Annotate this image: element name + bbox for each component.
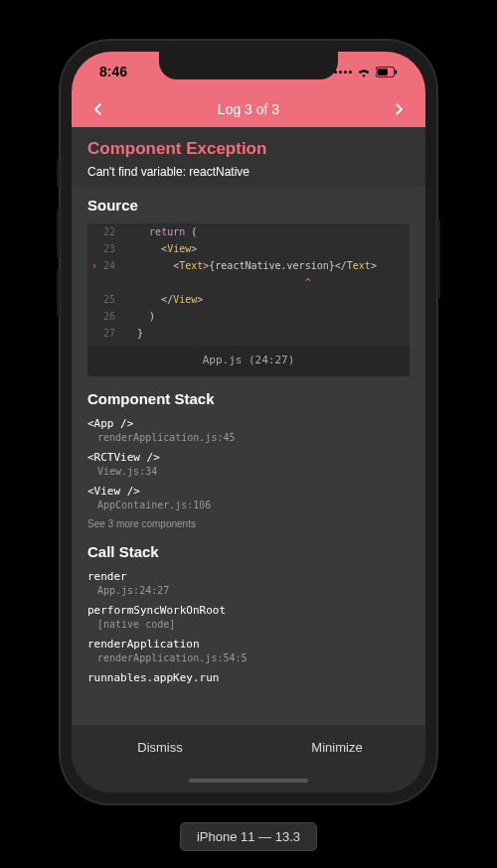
home-indicator[interactable]: [189, 779, 308, 783]
code-line: 25 </View>: [87, 291, 410, 308]
volume-up-button: [57, 209, 60, 258]
error-title: Component Exception: [87, 139, 410, 159]
stack-frame-location: [native code]: [87, 619, 410, 630]
bottom-action-bar: Dismiss Minimize: [72, 725, 425, 769]
error-content[interactable]: Component Exception Can't find variable:…: [72, 127, 425, 725]
call-stack-frame[interactable]: runnables.appKey.run: [87, 671, 410, 684]
stack-frame-name: renderApplication: [87, 638, 410, 651]
stack-frame-location: AppContainer.js:106: [87, 500, 410, 510]
stack-frame-location: View.js:34: [87, 466, 410, 477]
wifi-icon: [357, 67, 371, 77]
source-heading: Source: [87, 197, 410, 214]
code-line: ^: [87, 274, 410, 291]
source-section: Source 22 return (23 <View>24 <Text>{rea…: [72, 187, 425, 380]
source-location: App.js (24:27): [87, 346, 410, 376]
stack-frame-name: <App />: [87, 417, 410, 430]
svg-rect-1: [378, 69, 388, 75]
component-stack-frame[interactable]: <View />AppContainer.js:106: [87, 485, 410, 510]
log-counter: Log 3 of 3: [218, 101, 279, 117]
stack-frame-location: renderApplication.js:45: [87, 432, 410, 443]
status-right: [334, 67, 398, 77]
next-log-button[interactable]: [390, 100, 408, 118]
log-nav-bar: Log 3 of 3: [72, 91, 425, 127]
stack-frame-name: render: [87, 570, 410, 583]
stack-frame-name: performSyncWorkOnRoot: [87, 604, 410, 617]
simulator-device-label: iPhone 11 — 13.3: [180, 822, 317, 851]
cellular-icon: [334, 71, 352, 73]
component-stack-section: Component Stack <App />renderApplication…: [72, 380, 425, 533]
source-code-block: 22 return (23 <View>24 <Text>{reactNativ…: [87, 223, 410, 376]
call-stack-frame[interactable]: performSyncWorkOnRoot[native code]: [87, 604, 410, 630]
status-time: 8:46: [99, 64, 127, 79]
stack-frame-name: <View />: [87, 485, 410, 498]
screen: 8:46 Log 3 of 3 Component Exce: [72, 52, 425, 793]
home-indicator-area: [72, 769, 425, 793]
code-line: 26 ): [87, 308, 410, 325]
call-stack-heading: Call Stack: [87, 543, 410, 560]
call-stack-section: Call Stack renderApp.js:24:27performSync…: [72, 533, 425, 725]
code-line: 27 }: [87, 325, 410, 342]
stack-frame-location: renderApplication.js:54:5: [87, 652, 410, 663]
stack-frame-location: App.js:24:27: [87, 585, 410, 596]
dismiss-button[interactable]: Dismiss: [72, 725, 248, 769]
prev-log-button[interactable]: [89, 100, 107, 118]
component-stack-heading: Component Stack: [87, 390, 410, 407]
component-stack-frame[interactable]: <RCTView />View.js:34: [87, 451, 410, 477]
minimize-button[interactable]: Minimize: [248, 725, 425, 769]
stack-frame-name: <RCTView />: [87, 451, 410, 464]
call-stack-frame[interactable]: renderApp.js:24:27: [87, 570, 410, 596]
component-stack-frame[interactable]: <App />renderApplication.js:45: [87, 417, 410, 443]
code-line: 23 <View>: [87, 240, 410, 257]
battery-icon: [376, 67, 398, 77]
code-line: 22 return (: [87, 223, 410, 240]
notch: [159, 52, 338, 79]
device-frame: 8:46 Log 3 of 3 Component Exce: [60, 40, 437, 804]
code-line: 24 <Text>{reactNative.version}</Text>: [87, 257, 410, 274]
volume-down-button: [57, 268, 60, 318]
svg-rect-2: [395, 70, 397, 73]
error-header: Component Exception Can't find variable:…: [72, 127, 425, 187]
stack-frame-name: runnables.appKey.run: [87, 671, 410, 684]
error-message: Can't find variable: reactNative: [87, 165, 410, 179]
power-button: [437, 218, 440, 298]
call-stack-frame[interactable]: renderApplicationrenderApplication.js:54…: [87, 638, 410, 663]
mute-switch: [57, 159, 60, 187]
see-more-components[interactable]: See 3 more components: [87, 518, 410, 529]
